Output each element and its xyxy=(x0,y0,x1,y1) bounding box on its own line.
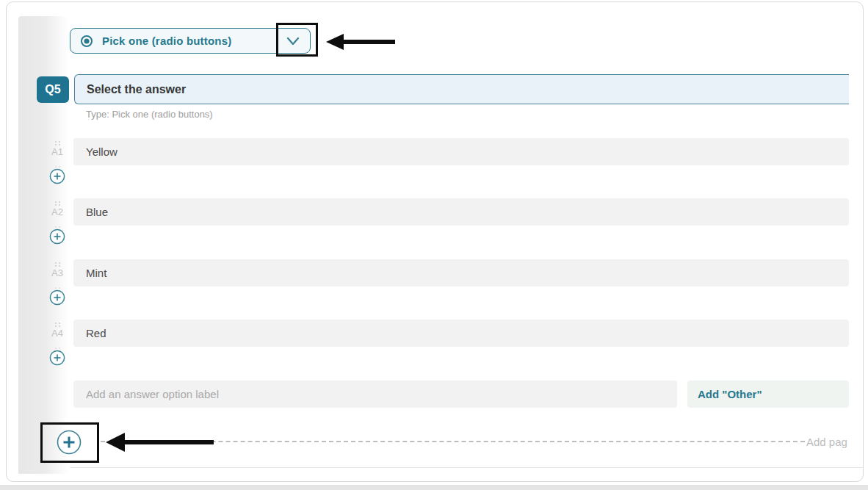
arrow-head xyxy=(326,34,344,50)
answer-id-label: A3 xyxy=(47,267,68,278)
answer-row: A1 Yellow xyxy=(0,138,868,193)
drag-handle-icon[interactable] xyxy=(54,317,62,323)
drag-handle-icon[interactable] xyxy=(54,257,62,263)
question-number-badge: Q5 xyxy=(37,76,69,103)
answer-option-field[interactable]: Red xyxy=(73,320,849,347)
answer-row: A4 Red xyxy=(0,320,868,375)
arrow-shaft xyxy=(342,40,395,44)
question-text-input[interactable] xyxy=(74,74,849,104)
annotation-arrow-add-page xyxy=(106,433,214,452)
question-type-label: Pick one (radio buttons) xyxy=(102,35,231,47)
add-other-button[interactable]: Add "Other" xyxy=(687,381,849,408)
drag-handle-icon[interactable] xyxy=(54,136,62,142)
answer-option-field[interactable]: Mint xyxy=(73,259,849,287)
drag-handle-icon[interactable] xyxy=(54,221,62,227)
insert-answer-button[interactable] xyxy=(49,228,65,245)
plus-circle-icon xyxy=(49,350,65,366)
drag-handle-icon[interactable] xyxy=(54,282,62,288)
insert-answer-button[interactable] xyxy=(49,289,65,306)
add-page-label: Add pag xyxy=(806,436,861,448)
page-bottom-divider xyxy=(70,467,864,468)
plus-circle-icon xyxy=(49,228,65,245)
answer-id-label: A2 xyxy=(47,206,68,217)
drag-handle-icon[interactable] xyxy=(54,196,62,202)
add-answer-input[interactable] xyxy=(73,381,677,408)
radio-selected-icon xyxy=(80,35,93,48)
plus-circle-icon xyxy=(49,168,65,184)
drag-handle-icon[interactable] xyxy=(54,342,62,348)
annotation-box-dropdown-chevron xyxy=(276,23,318,57)
bottom-edge-bar xyxy=(0,485,868,490)
annotation-arrow-dropdown xyxy=(326,34,395,50)
answer-option-field[interactable]: Yellow xyxy=(73,138,849,165)
answer-id-label: A1 xyxy=(47,146,68,157)
question-type-caption: Type: Pick one (radio buttons) xyxy=(86,109,213,120)
answer-option-field[interactable]: Blue xyxy=(73,198,849,226)
answer-row: A3 Mint xyxy=(0,259,868,314)
arrow-head xyxy=(106,433,125,452)
drag-handle-icon[interactable] xyxy=(54,161,62,167)
answer-id-label: A4 xyxy=(47,328,68,339)
survey-builder-screen: Pick one (radio buttons) Q5 Type: Pick o… xyxy=(0,0,868,490)
plus-circle-icon xyxy=(49,289,65,306)
insert-answer-button[interactable] xyxy=(49,168,65,184)
insert-answer-button[interactable] xyxy=(49,350,65,366)
answer-row: A2 Blue xyxy=(0,198,868,253)
question-type-dropdown[interactable]: Pick one (radio buttons) xyxy=(70,28,311,54)
annotation-box-add-page xyxy=(40,422,99,463)
arrow-shaft xyxy=(123,440,214,444)
